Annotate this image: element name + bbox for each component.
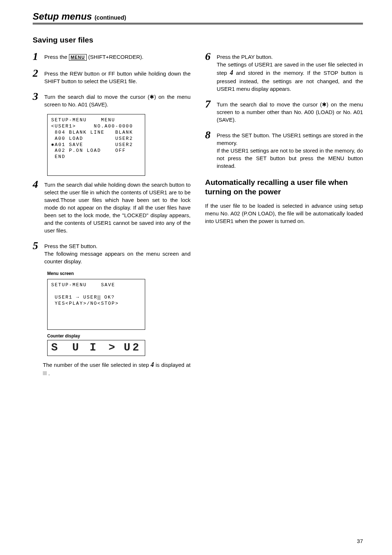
inline-step-ref: 4	[151, 361, 154, 368]
screen2-line1: SETUP-MENU SAVE	[51, 282, 115, 288]
menu-screen-label: Menu screen	[47, 271, 191, 276]
step-number: 5	[33, 240, 43, 251]
content-columns: 1 Press the MENU (SHIFT+RECORDER). 2 Pre…	[33, 51, 363, 377]
step-6-body: Press the PLAY button. The settings of U…	[217, 51, 363, 93]
step-7-body: Turn the search dial to move the cursor …	[217, 98, 363, 123]
step-8-lead: Press the SET button. The USER1 settings…	[217, 132, 363, 146]
left-column: 1 Press the MENU (SHIFT+RECORDER). 2 Pre…	[33, 51, 191, 377]
section-heading: Saving user files	[33, 36, 363, 44]
page-number: 37	[357, 538, 363, 544]
counter-display-box: S U I > U2	[47, 340, 145, 356]
step-6: 6 Press the PLAY button. The settings of…	[205, 51, 363, 93]
step-5-body: Press the SET button. The following mess…	[44, 240, 191, 265]
step-number: 1	[33, 51, 43, 62]
step-8-text: If the USER1 settings are not to be stor…	[217, 147, 363, 169]
subsection-body: If the user file to be loaded is selecte…	[205, 202, 363, 225]
step-7: 7 Turn the search dial to move the curso…	[205, 98, 363, 123]
step-4-body: Turn the search dial while holding down …	[44, 179, 191, 234]
screen2-line2c: OK?	[101, 295, 115, 300]
after-counter-text: The number of the user file selected in …	[43, 360, 191, 377]
counter-seg-c: >	[109, 341, 117, 354]
step-number: 3	[33, 91, 43, 102]
after-counter-a: The number of the user file selected in …	[43, 362, 151, 368]
step-number: 6	[205, 51, 215, 62]
step-8-body: Press the SET button. The USER1 settings…	[217, 129, 363, 170]
step-1-pre: Press the	[44, 54, 69, 60]
counter-seg-d: U2	[124, 341, 141, 354]
step-number: 7	[205, 98, 215, 109]
inline-step-ref: 4	[230, 69, 233, 76]
step-3-body: Turn the search dial to move the cursor …	[44, 91, 191, 108]
page-title: Setup menus (continued)	[33, 11, 363, 22]
after-counter-b: is displayed at	[154, 362, 191, 368]
counter-seg-a: S	[51, 341, 60, 354]
screen2-line3: YES<PLAY>/NO<STOP>	[51, 301, 119, 306]
counter-display-label: Counter display	[47, 333, 191, 339]
screen2-line2b: USER	[79, 295, 97, 300]
right-column: 6 Press the PLAY button. The settings of…	[205, 51, 363, 377]
step-number: 8	[205, 129, 215, 140]
step-8: 8 Press the SET button. The USER1 settin…	[205, 129, 363, 170]
step-2: 2 Press the REW button or FF button whil…	[33, 68, 191, 85]
screen2-line2a: USER1	[51, 295, 76, 300]
step-5-text: The following message appears on the men…	[44, 251, 191, 264]
step-number: 2	[33, 68, 43, 78]
gray-placeholder-icon	[43, 371, 47, 375]
step-1-body: Press the MENU (SHIFT+RECORDER).	[44, 51, 191, 61]
step-2-body: Press the REW button or FF button while …	[44, 68, 191, 85]
subsection-heading: Automatically recalling a user file when…	[205, 178, 363, 197]
menu-button-label: MENU	[69, 54, 87, 61]
title-divider	[33, 23, 363, 25]
menu-screen-box-1: SETUP-MENU MENU <USER1> NO.A00-0000 804 …	[47, 114, 145, 176]
step-6-text-b: and stored in the memory. If the STOP bu…	[217, 70, 363, 92]
step-3: 3 Turn the search dial to move the curso…	[33, 91, 191, 108]
step-6-lead: Press the PLAY button.	[217, 54, 273, 60]
menu-screen-box-2: SETUP-MENU SAVE USER1 → USER OK? YES<PLA…	[47, 279, 145, 330]
page-title-main: Setup menus	[33, 11, 92, 22]
step-number: 4	[33, 179, 43, 190]
page-title-continued: (continued)	[94, 15, 126, 21]
step-4: 4 Turn the search dial while holding dow…	[33, 179, 191, 234]
step-5: 5 Press the SET button. The following me…	[33, 240, 191, 265]
step-1-post: (SHIFT+RECORDER).	[87, 54, 143, 60]
counter-seg-b: U I	[72, 341, 98, 354]
step-1: 1 Press the MENU (SHIFT+RECORDER).	[33, 51, 191, 62]
step-5-lead: Press the SET button.	[44, 243, 97, 249]
